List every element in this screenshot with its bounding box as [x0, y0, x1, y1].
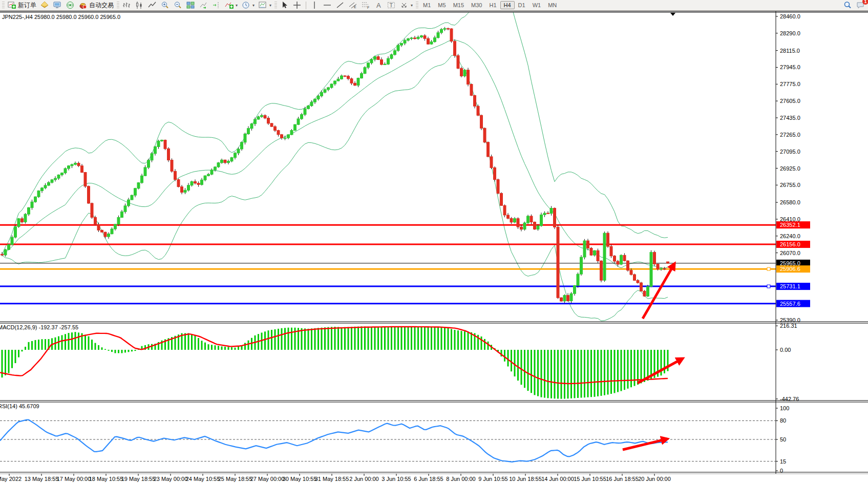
tile-windows-button[interactable] — [184, 0, 197, 10]
candle-up — [207, 174, 210, 176]
candle-down — [454, 41, 456, 56]
timeframe-button-mn[interactable]: MN — [544, 1, 560, 9]
candle-down — [354, 83, 356, 85]
chart-shift-button[interactable] — [210, 0, 223, 10]
timeframe-button-h1[interactable]: H1 — [485, 1, 500, 9]
candle-up — [24, 214, 27, 222]
line-chart-button[interactable] — [146, 0, 159, 10]
candle-up — [151, 154, 153, 160]
level-price-label-text: 25731.1 — [780, 283, 800, 289]
candle-down — [457, 56, 459, 69]
candle-up — [357, 78, 359, 86]
terminal-button[interactable] — [51, 0, 64, 10]
timeframe-button-w1[interactable]: W1 — [529, 1, 545, 9]
zoom-out-button[interactable] — [172, 0, 184, 10]
candle-up — [361, 73, 363, 78]
candle-up — [244, 134, 246, 142]
chat-button[interactable]: 1 — [854, 0, 867, 10]
candle-up — [234, 153, 237, 158]
candle-up — [327, 88, 330, 90]
candle-down — [274, 127, 277, 131]
notification-badge: 1 — [862, 0, 868, 5]
crosshair-button[interactable] — [291, 0, 304, 10]
candle-up — [114, 224, 117, 229]
new-order-button[interactable]: 新订单 — [6, 0, 38, 10]
candle-down — [483, 128, 486, 142]
candle-up — [434, 38, 436, 42]
trendline-icon — [336, 1, 345, 9]
candle-up — [237, 149, 240, 153]
candle-up — [324, 90, 326, 92]
candle-down — [653, 252, 656, 264]
autotrade-button[interactable]: 自动交易 — [77, 0, 116, 10]
timeframe-button-m30[interactable]: M30 — [468, 1, 485, 9]
rsi-indicator-label: RSI(14) 45.6709 — [0, 403, 39, 409]
candle-down — [610, 246, 612, 256]
candle-up — [387, 58, 390, 64]
chart-shift-marker[interactable] — [670, 13, 675, 16]
bar-chart-button[interactable] — [120, 0, 133, 10]
candle-down — [497, 180, 499, 194]
candle-up — [28, 207, 30, 214]
periods-button[interactable]: ▾ — [240, 0, 257, 10]
chevron-down-icon: ▾ — [269, 3, 271, 8]
vertical-line-button[interactable] — [308, 0, 321, 10]
timeframe-button-m5[interactable]: M5 — [434, 1, 449, 9]
new-order-icon — [8, 1, 16, 9]
main-toolbar: 新订单自动交易▾▾▾EFAT▾M1M5M15M30H1H4D1W1MN1 — [0, 0, 868, 11]
candle-up — [41, 188, 44, 191]
candle-up — [307, 106, 310, 109]
price-tick-label: 26240.0 — [780, 233, 800, 239]
candle-up — [577, 274, 579, 285]
equidistant-channel-button[interactable]: E — [347, 0, 359, 10]
candle-up — [417, 37, 419, 38]
candle-up — [217, 163, 220, 167]
candle-up — [304, 109, 306, 114]
timeframe-button-h4[interactable]: H4 — [500, 1, 515, 9]
price-tick-label: 27945.0 — [780, 64, 800, 70]
arrows-tool-button[interactable]: ▾ — [398, 0, 415, 10]
bollinger-lower — [2, 55, 668, 321]
chevron-down-icon: ▾ — [236, 3, 238, 8]
time-tick-label: 6 Jun 18:55 — [414, 476, 443, 482]
timeframe-button-m15[interactable]: M15 — [450, 1, 468, 9]
candle-down — [663, 268, 666, 269]
timeframe-button-d1[interactable]: D1 — [515, 1, 529, 9]
chart-canvas[interactable]: 28460.028290.028115.027945.027775.027605… — [0, 0, 868, 484]
signals-icon — [66, 1, 75, 9]
candle-up — [204, 176, 206, 180]
line-handle[interactable] — [767, 285, 770, 288]
text-label-button[interactable]: T — [385, 0, 398, 10]
search-button[interactable] — [841, 0, 854, 10]
candle-up — [131, 195, 133, 200]
candle-down — [643, 291, 646, 296]
candlestick-chart-button[interactable] — [133, 0, 146, 10]
timeframe-button-m1[interactable]: M1 — [419, 1, 434, 9]
time-tick-label: 16 Jun 18:55 — [606, 476, 639, 482]
candle-up — [201, 180, 203, 184]
bollinger-middle — [2, 40, 668, 268]
line-handle[interactable] — [767, 267, 770, 270]
templates-button[interactable]: ▾ — [257, 0, 273, 10]
candle-down — [547, 213, 549, 214]
candle-up — [384, 64, 386, 65]
candle-down — [194, 182, 197, 183]
metaeditor-button[interactable] — [38, 0, 51, 10]
horizontal-line-button[interactable] — [321, 0, 334, 10]
zoom-in-button[interactable] — [159, 0, 172, 10]
signals-button[interactable] — [64, 0, 77, 10]
text-button[interactable]: A — [372, 0, 385, 10]
candle-up — [594, 250, 596, 255]
indicators-button[interactable]: ▾ — [223, 0, 240, 10]
candle-down — [517, 219, 519, 227]
fibonacci-button[interactable]: F — [359, 0, 372, 10]
cursor-button[interactable] — [278, 0, 291, 10]
trend-arrow-annotation-rsi[interactable] — [623, 439, 667, 450]
price-tick-label: 26755.0 — [780, 182, 800, 188]
trendline-button[interactable] — [334, 0, 347, 10]
auto-scroll-button[interactable] — [197, 0, 210, 10]
candle-up — [650, 252, 652, 287]
chart-shift-icon — [212, 1, 221, 9]
candle-up — [124, 206, 126, 212]
candle-down — [510, 218, 513, 222]
